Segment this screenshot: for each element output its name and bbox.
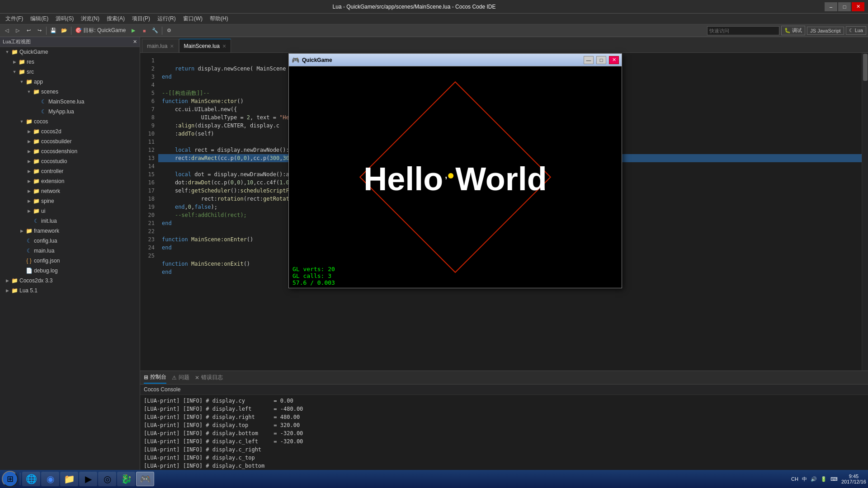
- tree-item-quickgame[interactable]: ▼ 📁 QuickGame: [0, 47, 140, 57]
- taskbar-chrome[interactable]: ◉: [41, 472, 59, 486]
- tree-item-cocos2dx33[interactable]: ▶ 📁 Cocos2dx 3.3: [0, 276, 140, 286]
- tree-label-quickgame: QuickGame: [19, 49, 48, 55]
- toolbar-open[interactable]: 📂: [59, 26, 69, 36]
- tree-item-cocosbuilder[interactable]: ▶ 📁 cocosbuilder: [0, 136, 140, 146]
- tab-mainscene-lua[interactable]: MainScene.lua ×: [179, 39, 231, 52]
- tree-item-configlua[interactable]: ▶ ☾ config.lua: [0, 236, 140, 246]
- console-line-7: [LUA-print] [INFO] # display.c_right: [144, 446, 264, 454]
- taskbar-ime: 中: [802, 476, 807, 483]
- javascript-button[interactable]: JS JavaScript: [807, 27, 844, 35]
- minimize-button[interactable]: –: [825, 2, 837, 11]
- tab-close-main-lua[interactable]: ×: [170, 43, 174, 49]
- toolbar-btn-4[interactable]: ↪: [34, 26, 44, 36]
- tab-close-mainscene-lua[interactable]: ×: [222, 43, 226, 49]
- toolbar: ◁ ▷ ↩ ↪ 💾 📂 🎯 目标: QuickGame ▶ ■ 🔧 ⚙ 🐛 调试…: [0, 24, 868, 37]
- console-value-1: = 0.00: [274, 397, 303, 405]
- tree-label-controller: controller: [41, 168, 63, 174]
- menu-run[interactable]: 运行(R): [154, 14, 179, 23]
- taskbar-app1[interactable]: ◎: [98, 472, 116, 486]
- tree-item-configjson[interactable]: ▶ { } config.json: [0, 256, 140, 266]
- tree-item-extension[interactable]: ▶ 📁 extension: [0, 176, 140, 186]
- tree-label-initlua: init.lua: [41, 218, 57, 224]
- toolbar-run[interactable]: ▶: [128, 26, 138, 36]
- toolbar-save[interactable]: 💾: [48, 26, 58, 36]
- quickgame-minimize-btn[interactable]: —: [584, 56, 594, 64]
- menu-project[interactable]: 项目(P): [128, 14, 154, 23]
- toolbar-settings[interactable]: ⚙: [164, 26, 174, 36]
- tree-item-debuglog[interactable]: ▶ 📄 debug.log: [0, 266, 140, 276]
- tab-problems[interactable]: ⚠ 问题: [172, 372, 189, 383]
- tree-item-spine[interactable]: ▶ 📁 spine: [0, 196, 140, 206]
- tree-item-mainscene[interactable]: ▶ ☾ MainScene.lua: [0, 97, 140, 107]
- tree-item-cocosdenshion[interactable]: ▶ 📁 cocosdenshion: [0, 146, 140, 156]
- console-value-9: = -320.00: [274, 437, 303, 446]
- tree-item-myapp[interactable]: ▶ ☾ MyApp.lua: [0, 107, 140, 117]
- tab-console[interactable]: ⊞ 控制台: [144, 371, 166, 384]
- tree-item-initlua[interactable]: ▶ ☾ init.lua: [0, 216, 140, 226]
- tree-label-network: network: [41, 188, 60, 194]
- taskbar-media[interactable]: ▶: [79, 472, 97, 486]
- toolbar-btn-3[interactable]: ↩: [24, 26, 33, 36]
- menu-help[interactable]: 帮助(H): [206, 14, 232, 23]
- tree-item-lua51[interactable]: ▶ 📁 Lua 5.1: [0, 286, 140, 296]
- maximize-button[interactable]: □: [838, 2, 851, 11]
- menu-source[interactable]: 源码(S): [52, 14, 77, 23]
- tree-item-cocos[interactable]: ▼ 📁 cocos: [0, 117, 140, 127]
- tree-item-app[interactable]: ▼ 📁 app: [0, 77, 140, 87]
- tree-item-ui[interactable]: ▶ 📁 ui: [0, 206, 140, 216]
- lua-button[interactable]: ☾ Lua: [846, 26, 866, 35]
- taskbar-sep-1: [20, 473, 20, 485]
- taskbar-app2[interactable]: 🐉: [117, 472, 135, 486]
- tree-item-network[interactable]: ▶ 📁 network: [0, 186, 140, 196]
- taskbar-date: 2017/12/16: [841, 479, 866, 484]
- toolbar-stop[interactable]: ■: [139, 26, 149, 36]
- problems-icon: ⚠: [172, 375, 177, 381]
- menu-view[interactable]: 浏览(N): [77, 14, 103, 23]
- debug-button[interactable]: 🐛 调试: [781, 26, 805, 35]
- tree-item-framework[interactable]: ▶ 📁 framework: [0, 226, 140, 236]
- console-lines-left: [LUA-print] [INFO] # display.cy [LUA-pri…: [144, 397, 264, 468]
- tree-item-cocos2d[interactable]: ▶ 📁 cocos2d: [0, 127, 140, 136]
- toolbar-btn-1[interactable]: ◁: [2, 26, 12, 36]
- tree-item-res[interactable]: ▶ 📁 res: [0, 57, 140, 67]
- lua-icon-mainscene: ☾: [40, 99, 47, 105]
- tree-item-controller[interactable]: ▶ 📁 controller: [0, 166, 140, 176]
- arrow-cocostudio: ▶: [25, 159, 33, 164]
- world-text: World: [455, 160, 547, 197]
- taskbar-sound-icon[interactable]: 🔊: [811, 476, 817, 482]
- tree-item-mainlua[interactable]: ▶ ☾ main.lua: [0, 246, 140, 256]
- console-line-1: [LUA-print] [INFO] # display.cy: [144, 397, 264, 405]
- taskbar-ie[interactable]: 🌐: [22, 472, 40, 486]
- folder-icon-extension: 📁: [33, 178, 40, 184]
- tab-main-lua[interactable]: main.lua ×: [142, 39, 179, 52]
- sidebar-collapse-icon[interactable]: ✕: [133, 39, 137, 45]
- scrollbar-thumb[interactable]: [863, 54, 868, 81]
- toolbar-btn-2[interactable]: ▷: [13, 26, 23, 36]
- menu-search[interactable]: 搜索(A): [103, 14, 128, 23]
- quickgame-maximize-btn[interactable]: □: [596, 56, 606, 64]
- tree-item-src[interactable]: ▼ 📁 src: [0, 67, 140, 77]
- tab-error-log[interactable]: ✕ 错误日志: [195, 372, 223, 383]
- toolbar-build[interactable]: 🔧: [150, 26, 160, 36]
- quickgame-title: QuickGame: [302, 57, 581, 63]
- start-button[interactable]: ⊞: [2, 471, 18, 487]
- search-input[interactable]: [707, 26, 779, 35]
- bottom-tab-bar: ⊞ 控制台 ⚠ 问题 ✕ 错误日志: [140, 371, 868, 385]
- taskbar-explorer[interactable]: 📁: [60, 472, 78, 486]
- menu-window[interactable]: 窗口(W): [179, 14, 206, 23]
- fps-stats: 57.6 / 0.003: [292, 279, 335, 286]
- taskbar-cocos[interactable]: 🎮: [136, 472, 154, 486]
- menu-edit[interactable]: 编辑(E): [27, 14, 52, 23]
- title-bar-title: Lua - QuickGame/src/app/scenes/MainScene…: [4, 4, 825, 10]
- gl-verts: GL verts: 20: [292, 266, 335, 272]
- console-content[interactable]: [LUA-print] [INFO] # display.cy [LUA-pri…: [140, 395, 868, 470]
- close-button[interactable]: ✕: [852, 2, 864, 11]
- tree-label-configjson: config.json: [34, 258, 60, 264]
- folder-icon-app: 📁: [25, 79, 33, 85]
- console-line-5: [LUA-print] [INFO] # display.bottom: [144, 429, 264, 437]
- tree-item-cocostudio[interactable]: ▶ 📁 cocostudio: [0, 156, 140, 166]
- editor-scrollbar[interactable]: [862, 53, 868, 371]
- tree-item-scenes[interactable]: ▼ 📁 scenes: [0, 87, 140, 97]
- quickgame-close-btn[interactable]: ✕: [609, 56, 619, 64]
- menu-file[interactable]: 文件(F): [2, 14, 27, 23]
